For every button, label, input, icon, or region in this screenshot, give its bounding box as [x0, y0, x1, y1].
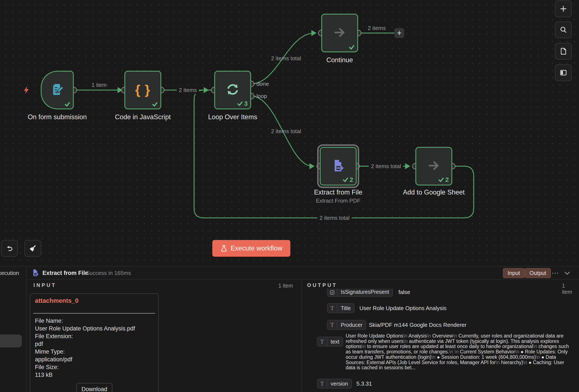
output-value: false — [398, 289, 410, 296]
output-key-badge: T version — [317, 379, 352, 389]
output-key-badge: T text — [317, 337, 343, 347]
input-tab-button[interactable]: Input — [503, 268, 525, 278]
loop-icon — [225, 82, 240, 97]
file-field-label: Mime Type: — [35, 348, 155, 356]
node-success-check — [349, 44, 355, 50]
split-columns-icon — [559, 69, 568, 77]
node-success-check — [64, 101, 70, 107]
node-continue[interactable] — [321, 14, 358, 52]
port-label-loop: loop — [256, 93, 267, 99]
check-icon — [438, 177, 444, 183]
output-key-badge: T Producer — [327, 320, 366, 330]
file-field-label: File Name: — [35, 317, 155, 325]
output-key-label: IsSignaturesPresent — [337, 289, 392, 295]
edge-label-1-item: 1 item — [92, 82, 107, 88]
panel-status: Success in 165ms — [86, 270, 131, 276]
file-field-label: File Extension: — [35, 332, 155, 340]
output-tab-button[interactable]: Output — [525, 268, 551, 278]
output-key-badge: T Title — [327, 303, 355, 313]
broom-icon — [28, 244, 37, 253]
node-success-check: 2 — [438, 176, 449, 183]
plus-icon — [559, 5, 568, 13]
file-field-value: 113 kB — [35, 371, 155, 379]
file-detail-fields: File Name: User Role Update Options Anal… — [35, 317, 155, 379]
output-key-label: text — [327, 339, 343, 345]
node-label-loop-over-items: Loop Over Items — [194, 113, 271, 121]
node-add-to-google-sheet[interactable]: 2 — [415, 147, 452, 185]
string-type-icon: T — [317, 379, 327, 388]
arrow-right-icon — [427, 158, 441, 173]
file-field-value: application/pdf — [35, 356, 155, 363]
rail-flyout-tab[interactable] — [0, 334, 22, 347]
output-key-label: Title — [337, 305, 354, 311]
flask-icon — [220, 245, 227, 252]
execution-rail[interactable]: xecution — [0, 266, 27, 392]
node-success-check — [152, 101, 158, 107]
add-node-endpoint-button[interactable]: + — [394, 28, 404, 38]
execute-workflow-button[interactable]: Execute workflow — [212, 240, 290, 257]
output-value: 5.3.31 — [357, 381, 372, 387]
add-node-button[interactable] — [555, 0, 572, 17]
output-value: User Role Update Options Analysis — [360, 305, 446, 312]
node-success-check: 2 — [343, 176, 353, 183]
string-type-icon: T — [327, 320, 337, 329]
panel-node-title: Extract from File — [42, 270, 88, 276]
extract-file-icon — [31, 269, 39, 277]
code-braces-icon: { } — [135, 82, 150, 97]
check-icon — [237, 101, 243, 107]
string-type-icon: T — [327, 304, 337, 313]
undo-button[interactable] — [1, 240, 18, 257]
extract-file-icon — [331, 158, 345, 173]
output-key-label: version — [327, 381, 352, 387]
form-icon — [50, 82, 65, 97]
search-icon — [559, 26, 568, 34]
string-type-icon: T — [317, 337, 327, 346]
check-icon — [152, 101, 158, 107]
node-label-code-in-javascript: Code in JavaScript — [104, 113, 181, 121]
file-field-value: pdf — [35, 340, 155, 348]
execute-workflow-label: Execute workflow — [230, 244, 282, 252]
edge-label-loopback: 2 items total — [317, 214, 352, 222]
sticky-note-button[interactable] — [555, 43, 572, 60]
node-label-extract-from-file: Extract from File — [299, 188, 377, 196]
node-extract-from-file[interactable]: 2 — [320, 147, 357, 185]
node-on-form-submission[interactable] — [41, 71, 74, 109]
node-success-check: 3 — [237, 100, 248, 107]
download-button[interactable]: Download — [76, 383, 112, 392]
node-label-continue: Continue — [301, 56, 378, 64]
more-options-button[interactable]: ⋯ — [552, 269, 559, 277]
node-label-on-form-submission: On form submission — [19, 113, 96, 121]
edge-arrowheads — [118, 30, 410, 169]
chevron-down-icon[interactable] — [564, 271, 571, 275]
document-icon — [559, 47, 568, 55]
run-count: 2 — [445, 176, 449, 183]
edge-label-loop-total: 2 items total — [271, 128, 301, 135]
file-field-label: File Size: — [35, 363, 155, 371]
toggle-panel-button[interactable] — [555, 64, 572, 81]
node-sublabel-extract-from-pdf: Extract From PDF — [299, 198, 377, 204]
check-icon — [64, 101, 70, 107]
check-icon — [343, 177, 349, 183]
output-section-heading: OUTPUT — [307, 282, 337, 288]
output-value: Skia/PDF m144 Google Docs Renderer — [369, 322, 466, 328]
trigger-lightning-icon — [22, 86, 31, 94]
clear-execution-button[interactable] — [24, 240, 41, 257]
workflow-canvas[interactable]: 1 item 2 items 2 items total 2 items tot… — [0, 0, 579, 266]
output-text-value: User Role Update Options\n Analysis\n Ov… — [346, 333, 572, 370]
edge-label-continue-out: 2 items — [368, 25, 386, 31]
node-code-in-javascript[interactable]: { } — [124, 71, 161, 109]
edge-label-done-total: 2 items total — [271, 55, 301, 62]
run-count: 2 — [350, 176, 353, 183]
output-key-label: Producer — [337, 322, 366, 328]
search-button[interactable] — [555, 21, 572, 38]
check-icon — [349, 44, 355, 50]
port-label-done: done — [256, 81, 269, 87]
node-label-add-to-google-sheet: Add to Google Sheet — [395, 188, 472, 196]
arrow-right-icon — [333, 25, 347, 39]
file-field-value: User Role Update Options Analysis.pdf — [35, 325, 155, 332]
attachment-card-title: attachments_0 — [35, 297, 78, 304]
edge-label-2-items: 2 items — [177, 86, 199, 94]
edge-label-extract-sheet: 2 items total — [369, 162, 403, 170]
output-rows: IsSignaturesPresent false T Title User R… — [301, 289, 579, 392]
node-loop-over-items[interactable]: 3 — [214, 71, 251, 109]
